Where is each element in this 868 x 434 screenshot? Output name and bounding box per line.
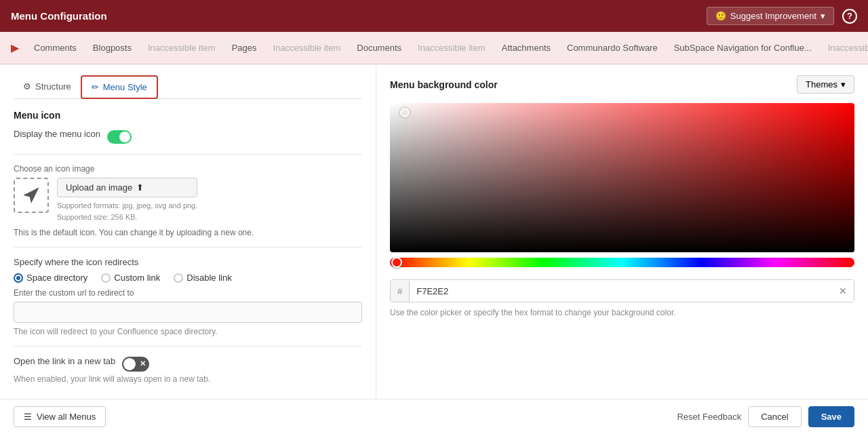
color-panel-title: Menu background color [390, 79, 498, 90]
icon-preview [14, 178, 49, 213]
help-button[interactable]: ? [842, 9, 857, 24]
icon-upload-area: Upload an image ⬆ Supported formats: jpg… [14, 178, 362, 222]
upload-icon: ⬆ [136, 182, 144, 193]
save-button[interactable]: Save [808, 406, 854, 427]
radio-dot-space [14, 273, 23, 283]
radio-label-space: Space directory [26, 273, 87, 283]
toggle-knob [119, 132, 130, 142]
hamburger-icon: ☰ [24, 412, 32, 422]
new-tab-label: Open the link in a new tab [14, 356, 115, 366]
custom-url-input[interactable] [14, 302, 362, 323]
radio-dot-custom [101, 273, 111, 283]
color-gradient-picker[interactable] [390, 103, 854, 252]
reset-feedback-button[interactable]: Reset Feedback [677, 412, 741, 422]
main-content: ⚙ Structure ✏ Menu Style Menu icon Displ… [0, 64, 868, 434]
nav-item-comments[interactable]: Comments [26, 33, 85, 62]
new-tab-note: When enabled, your link will always open… [14, 374, 362, 384]
redirect-label: Specify where the icon redirects [14, 257, 362, 267]
redirect-radio-group: Space directory Custom link Disable link [14, 273, 362, 283]
top-header: Menu Configuration 🙂 Suggest Improvement… [0, 0, 868, 32]
display-menu-icon-row: Display the menu icon [14, 129, 362, 144]
themes-button[interactable]: Themes ▾ [797, 75, 854, 94]
toggle-knob-2 [123, 358, 136, 370]
upload-formats: Supported formats: jpg, jpeg, svg and pn… [57, 200, 197, 222]
radio-dot-disable [174, 273, 183, 283]
choose-icon-label: Choose an icon image [14, 164, 362, 174]
radio-label-custom: Custom link [114, 273, 160, 283]
gradient-black [390, 103, 854, 252]
arrow-icon [22, 186, 41, 205]
divider-2 [14, 247, 362, 248]
pencil-icon: ✏ [92, 82, 99, 92]
chevron-down-icon: ▾ [821, 11, 825, 21]
nav-item-inaccessible-2: Inaccessible item [265, 33, 349, 62]
divider-1 [14, 154, 362, 155]
default-icon-note: This is the default icon. You can change… [14, 228, 362, 237]
hue-slider-container [390, 252, 854, 279]
smiley-icon: 🙂 [715, 11, 726, 21]
panel-header: Menu background color Themes ▾ [390, 75, 854, 94]
nav-bar: ▶ Comments Blogposts Inaccessible item P… [0, 32, 868, 64]
display-menu-icon-toggle[interactable] [107, 130, 132, 144]
nav-item-pages[interactable]: Pages [224, 33, 265, 62]
cancel-button[interactable]: Cancel [748, 406, 801, 427]
hex-input-row: # ✕ [390, 279, 854, 302]
panels-row: ⚙ Structure ✏ Menu Style Menu icon Displ… [0, 64, 868, 399]
nav-arrow-icon: ▶ [8, 32, 26, 64]
new-tab-row: Open the link in a new tab ✕ [14, 356, 362, 372]
divider-3 [14, 346, 362, 347]
bottom-bar: ☰ View all Menus Reset Feedback Cancel S… [0, 399, 868, 434]
view-all-menus-button[interactable]: ☰ View all Menus [14, 406, 106, 427]
nav-item-blogposts[interactable]: Blogposts [85, 33, 140, 62]
color-hint: Use the color picker or specify the hex … [390, 308, 854, 317]
hue-slider[interactable] [390, 258, 854, 267]
left-panel: ⚙ Structure ✏ Menu Style Menu icon Displ… [0, 64, 376, 399]
radio-label-disable: Disable link [186, 273, 231, 283]
menu-icon-title: Menu icon [14, 110, 362, 121]
tab-menu-style[interactable]: ✏ Menu Style [81, 75, 158, 99]
nav-item-inaccessible-3: Inaccessible item [410, 33, 494, 62]
bottom-right-actions: Reset Feedback Cancel Save [677, 406, 854, 427]
x-mark-icon: ✕ [140, 359, 146, 368]
nav-item-inaccessible-1: Inaccessible item [140, 33, 224, 62]
nav-item-subspace[interactable]: SubSpace Navigation for Conflue... [666, 33, 820, 62]
hex-clear-button[interactable]: ✕ [832, 280, 854, 302]
tab-structure[interactable]: ⚙ Structure [14, 75, 81, 99]
header-actions: 🙂 Suggest Improvement ▾ ? [707, 7, 857, 25]
chevron-down-icon: ▾ [841, 79, 846, 90]
radio-disable-link[interactable]: Disable link [174, 273, 231, 283]
new-tab-toggle[interactable]: ✕ [122, 357, 149, 372]
nav-item-communardo[interactable]: Communardo Software [559, 33, 666, 62]
page-title: Menu Configuration [11, 10, 107, 22]
redirect-note: The icon will redirect to your Confluenc… [14, 327, 362, 336]
nav-item-inaccessible-4: Inaccessible item [820, 33, 868, 62]
radio-space-directory[interactable]: Space directory [14, 273, 87, 283]
gear-icon: ⚙ [23, 81, 31, 92]
custom-url-label: Enter the custom url to redirect to [14, 288, 362, 298]
hex-hash-symbol: # [391, 281, 410, 302]
tabs: ⚙ Structure ✏ Menu Style [14, 75, 362, 99]
suggest-improvement-button[interactable]: 🙂 Suggest Improvement ▾ [707, 7, 834, 25]
display-menu-icon-label: Display the menu icon [14, 129, 100, 139]
upload-section: Upload an image ⬆ Supported formats: jpg… [57, 178, 197, 222]
radio-custom-link[interactable]: Custom link [101, 273, 160, 283]
upload-image-button[interactable]: Upload an image ⬆ [57, 178, 197, 197]
hue-knob [391, 257, 402, 268]
nav-item-documents[interactable]: Documents [349, 33, 410, 62]
hex-color-input[interactable] [410, 281, 832, 302]
right-panel: Menu background color Themes ▾ # [376, 64, 868, 399]
nav-item-attachments[interactable]: Attachments [494, 33, 559, 62]
